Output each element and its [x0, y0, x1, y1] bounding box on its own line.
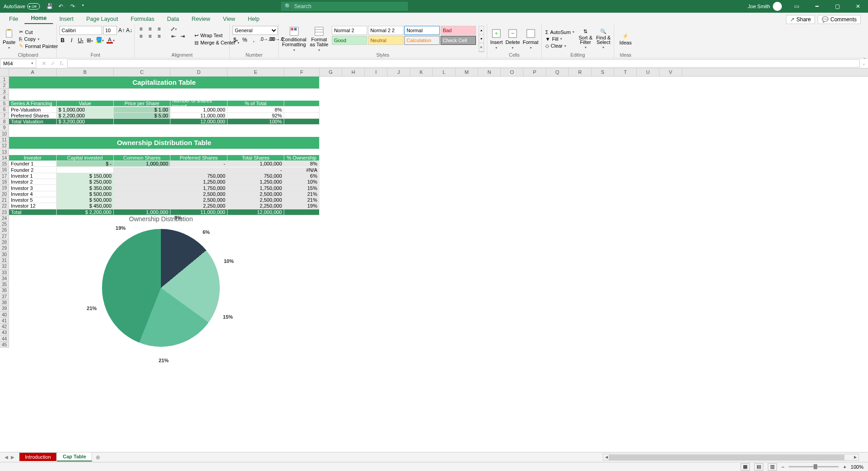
row-header[interactable]: 9 — [0, 125, 9, 131]
row-header[interactable]: 12 — [0, 143, 9, 149]
cell[interactable]: Value — [57, 101, 114, 107]
view-page-layout-icon[interactable]: ▤ — [754, 463, 763, 471]
number-format-select[interactable]: General — [233, 26, 278, 35]
cell[interactable]: 92% — [228, 113, 284, 119]
cell[interactable]: 8% — [228, 107, 284, 113]
column-header[interactable]: B — [57, 68, 114, 76]
cell[interactable]: Capitalization Table — [9, 77, 320, 89]
fill-color-button[interactable]: 🪣▾ — [96, 37, 104, 44]
cell[interactable]: Ownership Distribution Table — [9, 137, 320, 149]
sheet-nav-last-icon[interactable]: ▶ — [11, 455, 15, 460]
cell[interactable]: 2,250,000 — [228, 203, 284, 209]
add-sheet-icon[interactable]: ⊕ — [92, 453, 104, 462]
zoom-slider[interactable] — [789, 466, 839, 467]
font-name-input[interactable] — [59, 26, 102, 35]
cell[interactable]: 2,500,000 — [228, 191, 284, 197]
pie-chart[interactable]: Ownership Distribution 8%6%10%15%21%21%1… — [41, 214, 281, 340]
format-as-table-button[interactable]: Format as Table▾ — [309, 26, 329, 52]
tab-data[interactable]: Data — [160, 14, 185, 24]
cell[interactable]: 10% — [284, 179, 320, 185]
view-normal-icon[interactable]: ▦ — [741, 463, 750, 471]
row-header[interactable]: 32 — [0, 263, 9, 269]
column-header[interactable]: U — [637, 68, 659, 76]
column-header[interactable]: L — [433, 68, 456, 76]
maximize-icon[interactable]: ▢ — [827, 0, 848, 13]
cell[interactable]: Investor 4 — [9, 191, 57, 197]
cell[interactable]: 19% — [284, 203, 320, 209]
cell[interactable] — [114, 197, 170, 203]
cell[interactable]: 1,250,000 — [170, 179, 228, 185]
cell[interactable]: Investor 3 — [9, 185, 57, 191]
sheet-tab-cap-table[interactable]: Cap Table — [57, 452, 92, 461]
row-header[interactable]: 23 — [0, 209, 9, 215]
cell[interactable]: 15% — [284, 185, 320, 191]
sheet-nav-first-icon[interactable]: ◀ — [5, 455, 8, 460]
comments-button[interactable]: 💬Comments — [818, 15, 861, 24]
save-icon[interactable]: 💾 — [46, 3, 53, 10]
column-header[interactable]: Q — [546, 68, 569, 76]
style-bad[interactable]: Bad — [441, 26, 476, 35]
insert-cells-button[interactable]: +Insert▾ — [490, 26, 503, 52]
align-right-icon[interactable]: ≡ — [155, 33, 163, 39]
row-header[interactable]: 22 — [0, 203, 9, 209]
row-header[interactable]: 6 — [0, 107, 9, 112]
cell[interactable]: Price per Share — [114, 101, 170, 107]
underline-button[interactable]: U▾ — [78, 37, 84, 44]
paste-button[interactable]: Paste▾ — [3, 26, 15, 52]
bold-button[interactable]: B — [59, 37, 66, 44]
comma-format-icon[interactable]: , — [251, 37, 257, 43]
decrease-decimal-icon[interactable]: .00→.0 — [269, 37, 276, 43]
search-box[interactable]: 🔍 Search — [281, 2, 408, 11]
column-header[interactable]: M — [456, 68, 478, 76]
style-normal[interactable]: Normal — [404, 26, 440, 35]
row-header[interactable]: 11 — [0, 137, 9, 143]
redo-icon[interactable]: ↷▾ — [70, 3, 77, 10]
column-header[interactable]: V — [659, 68, 682, 76]
zoom-in-icon[interactable]: + — [843, 464, 846, 470]
style-normal-2-2[interactable]: Normal 2 2 — [368, 26, 403, 35]
cell[interactable]: Series A Financing — [9, 101, 57, 107]
column-header[interactable]: R — [569, 68, 592, 76]
hscroll-right-icon[interactable]: ▶ — [852, 455, 858, 459]
row-header[interactable]: 37 — [0, 294, 9, 300]
cell[interactable]: 8% — [284, 161, 320, 167]
collapse-ribbon-icon[interactable]: ˆ — [864, 58, 865, 63]
cell[interactable]: % of Total — [228, 101, 284, 107]
cell[interactable] — [114, 179, 170, 185]
cell[interactable] — [114, 173, 170, 179]
align-center-icon[interactable]: ≡ — [146, 33, 154, 39]
cell[interactable] — [284, 107, 320, 113]
column-header[interactable]: T — [614, 68, 637, 76]
cell[interactable]: Investor 12 — [9, 203, 57, 209]
column-header[interactable]: J — [388, 68, 410, 76]
tab-file[interactable]: File — [3, 14, 24, 24]
cell[interactable]: 750,000 — [170, 173, 228, 179]
cell[interactable]: $ 3,200,000 — [57, 119, 114, 125]
align-left-icon[interactable]: ≡ — [137, 33, 145, 39]
style-check-cell[interactable]: Check Cell — [441, 36, 476, 45]
cell[interactable]: Common Shares — [114, 155, 170, 161]
cell[interactable]: 2,500,000 — [170, 197, 228, 203]
column-header[interactable]: S — [592, 68, 614, 76]
cell[interactable]: 750,000 — [228, 173, 284, 179]
column-header[interactable]: G — [320, 68, 342, 76]
cell[interactable]: Total Shares — [228, 155, 284, 161]
column-header[interactable]: O — [501, 68, 524, 76]
cell[interactable] — [114, 119, 170, 125]
column-header[interactable]: I — [365, 68, 388, 76]
font-color-button[interactable]: A▾ — [107, 37, 115, 44]
column-header[interactable]: P — [524, 68, 546, 76]
accounting-format-icon[interactable]: $▾ — [233, 37, 239, 43]
cell[interactable]: $ 250,000 — [57, 179, 114, 185]
percent-format-icon[interactable]: % — [242, 37, 248, 43]
cell[interactable]: 1,000,000 — [170, 107, 228, 113]
minimize-icon[interactable]: ━ — [807, 0, 827, 13]
row-header[interactable]: 20 — [0, 191, 9, 197]
cell[interactable] — [114, 191, 170, 197]
cell[interactable] — [284, 101, 320, 107]
row-header[interactable]: 13 — [0, 149, 9, 155]
worksheet-grid[interactable]: ABCDEFGHIJKLMNOPQRSTUV 12345678910111213… — [0, 68, 868, 452]
autosum-button[interactable]: ΣAutoSum▾ — [544, 29, 575, 35]
zoom-out-icon[interactable]: − — [781, 464, 784, 470]
tab-view[interactable]: View — [217, 14, 242, 24]
